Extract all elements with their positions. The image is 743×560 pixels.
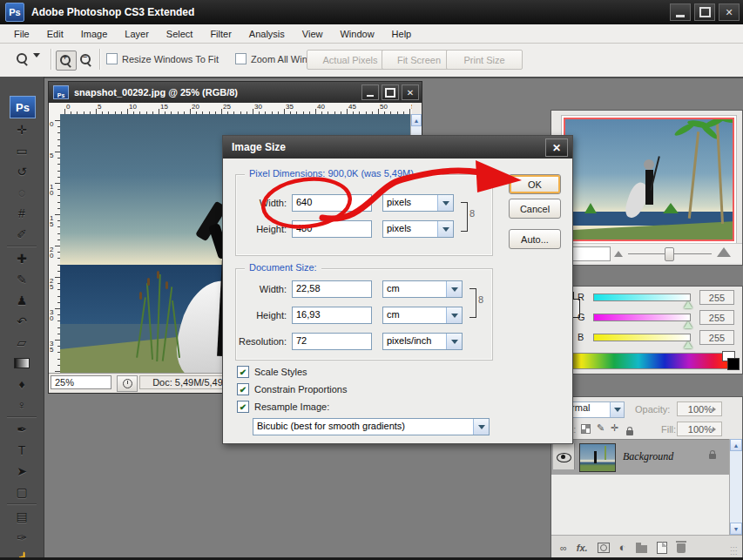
spinner-arrow-icon[interactable]	[713, 427, 719, 432]
menu-analysis[interactable]: Analysis	[240, 26, 294, 42]
tool-rectangular-marquee[interactable]: ▭	[10, 141, 34, 160]
g-channel-value[interactable]: 255	[699, 310, 734, 325]
dropdown-arrow-icon[interactable]	[473, 419, 489, 435]
tool-eraser[interactable]: ▱	[10, 333, 34, 352]
resolution-unit-dropdown[interactable]: pixels/inch	[382, 333, 463, 350]
scroll-up-arrow-icon[interactable]: ▲	[730, 439, 742, 451]
actual-pixels-button[interactable]: Actual Pixels	[307, 50, 394, 70]
close-button[interactable]: ✕	[719, 3, 740, 21]
lock-transparency-icon[interactable]	[581, 424, 596, 435]
menu-filter[interactable]: Filter	[201, 26, 240, 42]
zoom-tool-icon[interactable]	[16, 52, 40, 68]
tool-eyedropper[interactable]: ✑	[10, 528, 34, 547]
r-channel-slider[interactable]	[593, 293, 691, 301]
layer-name[interactable]: Background	[623, 450, 673, 463]
scroll-up-arrow-icon[interactable]: ▲	[411, 114, 422, 126]
pixel-width-field[interactable]: 640	[292, 194, 372, 212]
dropdown-arrow-icon[interactable]	[437, 221, 453, 237]
checkbox-box[interactable]	[106, 53, 118, 64]
dropdown-arrow-icon[interactable]	[610, 402, 624, 417]
cancel-button[interactable]: Cancel	[509, 199, 561, 219]
tool-pen[interactable]: ✒	[10, 420, 34, 439]
doc-width-unit-dropdown[interactable]: cm	[382, 280, 463, 298]
zoom-out-mountain-icon[interactable]	[614, 251, 623, 257]
tool-hand[interactable]: ☝	[10, 549, 34, 560]
black-swatch[interactable]	[727, 358, 740, 370]
tool-notes[interactable]: ▤	[10, 507, 34, 526]
tool-blur[interactable]: ♦	[10, 374, 34, 394]
minimize-button[interactable]	[670, 3, 691, 21]
tool-clone-stamp[interactable]: ♟	[10, 291, 34, 310]
layer-visibility-toggle[interactable]	[553, 443, 575, 469]
tool-dodge[interactable]: ♀	[10, 395, 34, 415]
tool-quick-selection[interactable]: ◌	[10, 183, 34, 202]
adjustment-layer-icon[interactable]: ◐	[619, 541, 626, 554]
resize-windows-checkbox[interactable]: Resize Windows To Fit	[106, 53, 219, 64]
ok-button[interactable]: OK	[509, 174, 561, 194]
new-group-icon[interactable]	[636, 545, 647, 553]
lock-pixels-icon[interactable]: ✎	[597, 422, 605, 434]
navigator-preview-image[interactable]	[564, 118, 734, 241]
maximize-button[interactable]	[694, 3, 715, 21]
spinner-arrow-icon[interactable]	[713, 407, 719, 412]
pixel-height-field[interactable]: 480	[292, 220, 372, 238]
doc-height-field[interactable]: 16,93	[292, 307, 372, 324]
checkbox-box[interactable]: ✔	[237, 366, 249, 378]
lock-all-icon[interactable]	[626, 427, 638, 437]
b-channel-slider[interactable]	[593, 334, 691, 341]
status-options-button[interactable]	[117, 375, 138, 392]
link-layers-icon[interactable]: ∞	[560, 543, 567, 553]
new-layer-icon[interactable]	[657, 542, 667, 554]
layer-style-icon[interactable]: fx.	[577, 543, 588, 553]
layers-scrollbar[interactable]: ▲ ▼	[729, 439, 742, 535]
zoom-in-button[interactable]: +	[56, 51, 77, 71]
tool-gradient[interactable]	[10, 354, 34, 373]
doc-width-field[interactable]: 22,58	[292, 280, 372, 298]
r-slider-handle[interactable]	[684, 301, 692, 308]
tool-path-selection[interactable]: ➤	[10, 462, 34, 481]
scroll-down-arrow-icon[interactable]: ▼	[730, 523, 742, 535]
tool-lasso[interactable]: ↺	[10, 162, 34, 181]
navigator-zoom-slider[interactable]	[665, 247, 674, 261]
print-size-button[interactable]: Print Size	[446, 50, 523, 70]
delete-layer-icon[interactable]	[677, 543, 686, 553]
g-channel-slider[interactable]	[593, 314, 691, 321]
document-title-bar[interactable]: Ps snapshot_00292.jpg @ 25% (RGB/8) ✕	[49, 82, 422, 103]
menu-view[interactable]: View	[294, 26, 332, 42]
menu-window[interactable]: Window	[331, 26, 382, 42]
b-channel-value[interactable]: 255	[699, 330, 734, 345]
dropdown-arrow-icon[interactable]	[446, 334, 462, 349]
scale-styles-checkbox[interactable]: ✔ Scale Styles	[237, 366, 307, 378]
auto-button[interactable]: Auto...	[509, 229, 561, 249]
document-close-button[interactable]: ✕	[402, 84, 419, 100]
dialog-close-button[interactable]: ✕	[545, 138, 568, 157]
layer-thumbnail[interactable]	[579, 443, 616, 472]
menu-layer[interactable]: Layer	[116, 26, 158, 42]
checkbox-box[interactable]: ✔	[237, 383, 249, 395]
resolution-field[interactable]: 72	[292, 333, 372, 350]
pixel-height-unit-dropdown[interactable]: pixels	[382, 220, 454, 238]
tool-move[interactable]: ✛	[10, 120, 34, 139]
resample-image-checkbox[interactable]: ✔ Resample Image:	[237, 401, 329, 413]
document-maximize-button[interactable]	[382, 84, 399, 100]
tool-history-brush[interactable]: ↶	[10, 312, 34, 331]
menu-help[interactable]: Help	[383, 26, 421, 42]
panel-resize-grip[interactable]: ⋯⋯⋯	[730, 546, 740, 557]
zoom-in-mountain-icon[interactable]	[717, 247, 731, 257]
tool-spot-healing[interactable]: ✚	[10, 249, 34, 268]
dropdown-arrow-icon[interactable]	[437, 195, 453, 211]
dropdown-arrow-icon[interactable]	[446, 281, 462, 297]
doc-height-unit-dropdown[interactable]: cm	[382, 307, 463, 324]
document-minimize-button[interactable]	[361, 84, 379, 100]
layer-mask-icon[interactable]	[598, 543, 610, 553]
fill-value[interactable]: 100%	[677, 422, 722, 436]
color-spectrum-ramp[interactable]	[556, 353, 732, 369]
g-slider-handle[interactable]	[684, 321, 692, 328]
checkbox-box[interactable]	[235, 53, 247, 64]
dropdown-arrow-icon[interactable]	[446, 307, 462, 323]
menu-image[interactable]: Image	[72, 26, 117, 42]
pixel-width-unit-dropdown[interactable]: pixels	[382, 194, 454, 212]
r-channel-value[interactable]: 255	[699, 290, 734, 305]
checkbox-box[interactable]: ✔	[237, 401, 249, 413]
constrain-proportions-checkbox[interactable]: ✔ Constrain Proportions	[237, 383, 347, 395]
